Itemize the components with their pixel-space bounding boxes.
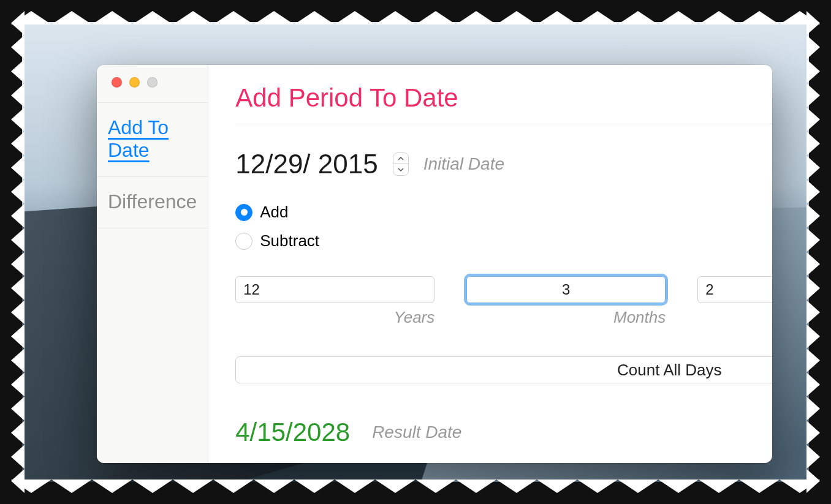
- years-label: Years: [235, 308, 434, 327]
- close-window-button[interactable]: [112, 77, 122, 88]
- stepper-up-icon[interactable]: [393, 153, 408, 164]
- weeks-input[interactable]: [697, 276, 772, 303]
- months-column: Months: [466, 276, 666, 327]
- initial-date-stepper[interactable]: [393, 152, 409, 176]
- page-title: Add Period To Date: [235, 83, 772, 124]
- initial-date-row: 12/29/ 2015 Initial Date: [235, 149, 772, 179]
- app-window: Add To Date Difference Add Period To Dat…: [97, 65, 772, 463]
- initial-date-hint: Initial Date: [423, 154, 504, 174]
- screenshot-frame: Add To Date Difference Add Period To Dat…: [0, 0, 831, 504]
- sidebar: Add To Date Difference: [97, 65, 208, 463]
- months-input[interactable]: [466, 276, 666, 303]
- initial-date-field[interactable]: 12/29/ 2015: [235, 149, 378, 179]
- main-panel: Add Period To Date 12/29/ 2015 Initial D…: [208, 65, 772, 463]
- window-controls: [97, 65, 208, 102]
- sidebar-item-add-to-date[interactable]: Add To Date: [97, 103, 208, 177]
- count-mode-dropdown[interactable]: Count All Days: [235, 356, 772, 383]
- sidebar-list: Add To Date Difference: [97, 102, 208, 228]
- stepper-down-icon[interactable]: [393, 164, 408, 175]
- result-date-hint: Result Date: [372, 423, 461, 442]
- radio-subtract-label: Subtract: [260, 231, 319, 250]
- count-mode-row: Count All Days: [235, 356, 772, 383]
- radio-add-label: Add: [260, 203, 288, 222]
- period-inputs-row: Years Months Weeks Days: [235, 276, 772, 327]
- fullscreen-window-button[interactable]: [147, 77, 157, 88]
- radio-subtract[interactable]: Subtract: [235, 231, 772, 250]
- result-row: 4/15/2028 Result Date: [235, 418, 772, 447]
- desktop-wallpaper: Add To Date Difference Add Period To Dat…: [22, 22, 809, 482]
- years-input[interactable]: [235, 276, 434, 303]
- minimize-window-button[interactable]: [129, 77, 140, 88]
- operation-radio-group: Add Subtract: [235, 203, 772, 250]
- sidebar-item-label: Difference: [108, 190, 197, 213]
- sidebar-item-label: Add To Date: [108, 116, 169, 161]
- weeks-column: Weeks: [697, 276, 772, 327]
- radio-add-indicator: [235, 204, 252, 221]
- months-label: Months: [466, 308, 666, 327]
- years-column: Years: [235, 276, 434, 327]
- count-mode-selected: Count All Days: [236, 361, 772, 380]
- result-date-value: 4/15/2028: [235, 418, 350, 447]
- weeks-label: Weeks: [697, 308, 772, 327]
- radio-subtract-indicator: [235, 233, 252, 250]
- sidebar-item-difference[interactable]: Difference: [97, 177, 208, 228]
- radio-add[interactable]: Add: [235, 203, 772, 222]
